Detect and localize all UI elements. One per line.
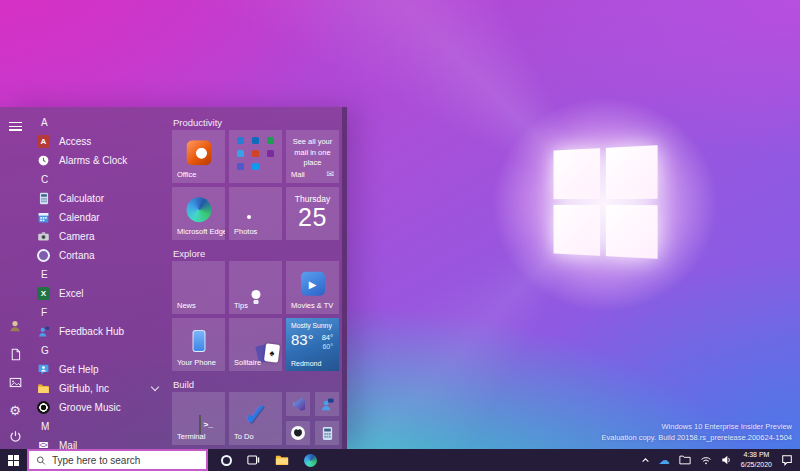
tile-solitaire[interactable]: ♠ Solitaire xyxy=(229,318,282,371)
tile-movies-tv[interactable]: ▶ Movies & TV xyxy=(286,261,339,314)
app-list-item-camera[interactable]: Camera xyxy=(30,227,170,246)
letter-label: E xyxy=(41,269,48,280)
power-icon xyxy=(9,430,22,443)
tile-dev-people[interactable] xyxy=(315,392,339,416)
app-label: Access xyxy=(59,136,91,147)
windows-logo-icon xyxy=(8,455,19,466)
tile-office[interactable]: Office xyxy=(172,130,225,183)
section-label-build[interactable]: Build xyxy=(173,379,194,390)
powerpoint-icon xyxy=(252,150,259,157)
outlook-icon xyxy=(252,137,259,144)
expand-menu-button[interactable] xyxy=(0,115,30,137)
taskbar-search[interactable] xyxy=(27,449,208,471)
github-icon xyxy=(290,425,306,441)
edge-icon xyxy=(186,198,211,223)
tray-folder-icon[interactable] xyxy=(679,455,691,465)
hamburger-icon xyxy=(9,122,22,131)
app-label: Camera xyxy=(59,231,95,242)
user-account-button[interactable] xyxy=(0,315,30,337)
tile-github-desktop[interactable] xyxy=(286,421,310,445)
windows-logo-pane xyxy=(554,148,601,199)
clock-time: 4:38 PM xyxy=(741,450,772,460)
letter-label: G xyxy=(41,345,49,356)
tile-label: Movies & TV xyxy=(291,301,333,310)
app-list-letter-a[interactable]: A xyxy=(30,113,170,132)
settings-button[interactable]: ⚙ xyxy=(0,399,30,421)
app-list-item-mail[interactable]: ✉ Mail xyxy=(30,436,170,449)
system-tray: ☁ 4:38 PM 6/25/2020 xyxy=(641,450,800,470)
tile-calendar[interactable]: Thursday 25 xyxy=(286,187,339,240)
productivity-tile-group: Office See all your mail in xyxy=(172,130,339,240)
action-center-icon[interactable] xyxy=(781,454,793,466)
app-list-item-alarms-clock[interactable]: Alarms & Clock xyxy=(30,151,170,170)
app-list-letter-c[interactable]: C xyxy=(30,170,170,189)
onedrive-icon xyxy=(237,150,244,157)
tile-calculator[interactable] xyxy=(315,421,339,445)
task-view-icon[interactable] xyxy=(247,454,260,466)
tile-microsoft-edge[interactable]: Microsoft Edge xyxy=(172,187,225,240)
app-list-letter-g[interactable]: G xyxy=(30,341,170,360)
your-phone-icon xyxy=(192,330,205,352)
app-list-letter-e[interactable]: E xyxy=(30,265,170,284)
windows-logo-pane xyxy=(606,145,658,199)
document-icon xyxy=(9,348,22,361)
hidden-icons-chevron[interactable] xyxy=(641,456,650,464)
tile-photos[interactable]: Photos xyxy=(229,187,282,240)
app-label: Cortana xyxy=(59,250,95,261)
skype-icon xyxy=(252,163,259,170)
app-label: Excel xyxy=(59,288,83,299)
tile-weather[interactable]: Mostly Sunny 83° 84° 60° Redmond xyxy=(286,318,339,371)
app-list-letter-m[interactable]: M xyxy=(30,417,170,436)
calculator-icon xyxy=(321,426,334,441)
onenote-icon xyxy=(267,150,274,157)
documents-button[interactable] xyxy=(0,343,30,365)
tile-office-suite[interactable] xyxy=(229,130,282,183)
start-button[interactable] xyxy=(0,449,27,471)
app-list-item-calculator[interactable]: Calculator xyxy=(30,189,170,208)
tile-label: News xyxy=(177,301,196,310)
calendar-icon xyxy=(37,211,50,224)
cortana-icon[interactable] xyxy=(221,455,232,466)
tile-label: Photos xyxy=(234,227,257,236)
volume-icon[interactable] xyxy=(721,455,732,465)
tile-terminal[interactable]: >_ Terminal xyxy=(172,392,225,445)
get-help-icon xyxy=(37,363,50,376)
gear-icon: ⚙ xyxy=(9,404,21,417)
tile-news[interactable]: News xyxy=(172,261,225,314)
taskbar-clock[interactable]: 4:38 PM 6/25/2020 xyxy=(741,450,772,470)
tile-visual-studio[interactable] xyxy=(286,392,310,416)
app-list-item-feedback-hub[interactable]: Feedback Hub xyxy=(30,322,170,341)
section-label-explore[interactable]: Explore xyxy=(173,248,205,259)
calculator-icon xyxy=(37,192,50,205)
tile-tips[interactable]: Tips xyxy=(229,261,282,314)
app-list-item-calendar[interactable]: Calendar xyxy=(30,208,170,227)
app-list-item-groove-music[interactable]: Groove Music xyxy=(30,398,170,417)
calendar-date: 25 xyxy=(286,203,339,232)
network-icon[interactable] xyxy=(700,456,712,465)
app-label: GitHub, Inc xyxy=(59,383,109,394)
app-list-item-cortana[interactable]: Cortana xyxy=(30,246,170,265)
weather-condition: Mostly Sunny xyxy=(291,322,332,329)
file-explorer-icon[interactable] xyxy=(275,454,289,466)
taskbar-icons xyxy=(221,454,317,467)
app-list-letter-f[interactable]: F xyxy=(30,303,170,322)
pictures-icon xyxy=(9,376,22,389)
app-list-item-access[interactable]: A Access xyxy=(30,132,170,151)
app-list-item-excel[interactable]: X Excel xyxy=(30,284,170,303)
app-list-item-get-help[interactable]: Get Help xyxy=(30,360,170,379)
app-list-folder-github[interactable]: GitHub, Inc xyxy=(30,379,170,398)
onedrive-icon[interactable]: ☁ xyxy=(659,455,670,466)
tile-to-do[interactable]: ✓ To Do xyxy=(229,392,282,445)
search-input[interactable] xyxy=(52,455,199,466)
app-label: Alarms & Clock xyxy=(59,155,127,166)
teams-icon xyxy=(237,163,244,170)
edge-taskbar-icon[interactable] xyxy=(304,454,317,467)
tile-mail[interactable]: See all your mail in one place Mail ✉ xyxy=(286,130,339,183)
mail-tile-message: See all your mail in one place xyxy=(291,137,334,169)
section-label-productivity[interactable]: Productivity xyxy=(173,117,222,128)
tile-your-phone[interactable]: Your Phone xyxy=(172,318,225,371)
pictures-button[interactable] xyxy=(0,371,30,393)
chevron-down-icon xyxy=(151,383,159,391)
word-icon xyxy=(237,137,244,144)
power-button[interactable] xyxy=(0,425,30,447)
